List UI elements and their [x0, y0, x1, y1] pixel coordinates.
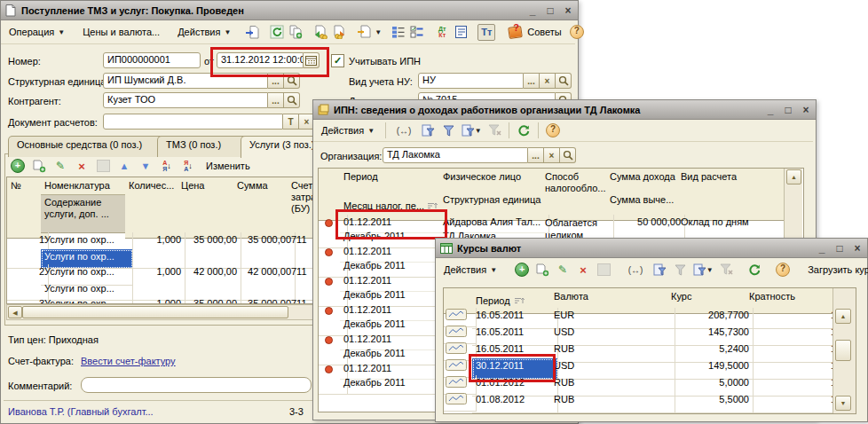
cell-date[interactable]: 01.08.2012 [472, 392, 558, 413]
maximize-icon[interactable]: □ [833, 242, 846, 255]
col-header-price[interactable]: Цена [178, 177, 241, 239]
col-header-sum[interactable]: Сумма [233, 177, 296, 239]
help-icon[interactable]: ? [775, 263, 791, 278]
search-icon[interactable] [284, 92, 300, 108]
delete-row-icon[interactable]: × [575, 263, 591, 278]
cell-period-month[interactable]: Декабрь 2011 [340, 375, 447, 395]
help-icon[interactable]: ? [569, 25, 585, 40]
unit-value[interactable]: ИП Шумский Д.В. [103, 73, 268, 89]
edit-row-icon[interactable]: ✎ [52, 159, 68, 174]
edit-row-icon[interactable]: ✎ [555, 263, 571, 278]
add-row-icon[interactable]: + [10, 159, 26, 174]
titlebar-rates[interactable]: Курсы валют _ □ × [436, 239, 867, 258]
titlebar-ipn[interactable]: ИПН: сведения о доходах работников орган… [313, 100, 816, 120]
refresh-document-icon[interactable] [269, 25, 285, 40]
col-header-quantity[interactable]: Количес... [125, 177, 185, 239]
sort-desc-icon[interactable]: ЯА↓ [180, 159, 196, 174]
filter-quick-icon[interactable] [440, 123, 456, 138]
ellipsis-picker-icon[interactable]: ... [268, 92, 284, 108]
organization-field[interactable]: ТД Лакомка ... × [383, 147, 576, 163]
send-document-icon[interactable] [356, 25, 372, 40]
search-icon[interactable] [560, 147, 576, 163]
cell-currency[interactable]: RUB [550, 392, 675, 413]
counterparty-value[interactable]: Кузет ТОО [103, 92, 268, 108]
sort-asc-icon[interactable]: АЯ↓ [159, 159, 175, 174]
ellipsis-picker-icon[interactable]: ... [268, 73, 284, 89]
copy-row-icon[interactable] [31, 159, 47, 174]
col-header-nomenclature[interactable]: Номенклатура Содержание услуги, доп. ... [41, 177, 126, 233]
date-value[interactable]: 31.12.2012 12:00:01 [217, 52, 304, 68]
filter-set-icon[interactable] [420, 123, 436, 138]
post-document-icon[interactable] [244, 25, 260, 40]
cell-price[interactable]: 35 000,00 [178, 296, 241, 304]
minimize-icon[interactable]: _ [764, 104, 777, 116]
cell-quantity[interactable]: 1,000 [125, 296, 185, 304]
menu-actions[interactable]: Действия▼ [439, 263, 501, 277]
dt-kt-icon[interactable]: Дт Кт [434, 25, 450, 40]
number-value[interactable]: ИП000000001 [103, 52, 201, 68]
menu-actions[interactable]: Действия▼ [317, 123, 379, 137]
menu-actions[interactable]: Действия▼ [173, 25, 235, 39]
menu-operation[interactable]: Операция▼ [4, 25, 69, 39]
fit-columns-icon[interactable]: (↔) [624, 263, 647, 278]
tt-totals-icon[interactable]: Тт [477, 24, 495, 41]
maximize-icon[interactable]: □ [782, 104, 794, 116]
menu-prices-currency[interactable]: Цены и валюта... [78, 25, 164, 39]
maximize-icon[interactable]: □ [544, 4, 556, 17]
scroll-left-icon[interactable]: ◀ [8, 306, 22, 318]
ellipsis-picker-icon[interactable]: ... [528, 147, 544, 163]
calendar-icon[interactable] [304, 52, 320, 68]
comment-field[interactable] [81, 377, 312, 393]
type-select-icon[interactable]: Т [283, 114, 299, 130]
rates-table-vscrollbar[interactable]: ▲ ▼ [832, 288, 856, 413]
cell-mult[interactable]: 1 [746, 392, 840, 413]
cell-rate[interactable]: 5,5000 [667, 392, 754, 413]
ellipsis-picker-icon[interactable]: ... [524, 73, 540, 89]
cell-sum[interactable]: 42 000,00 [233, 264, 296, 301]
organization-value[interactable]: ТД Лакомка [383, 147, 528, 163]
search-icon[interactable] [556, 73, 572, 89]
enter-on-basis-icon[interactable] [312, 25, 328, 40]
col-header-calc-type[interactable]: Вид расчета [677, 169, 792, 221]
close-icon[interactable]: × [800, 104, 812, 116]
checkbox-check-icon[interactable]: ✓ [331, 54, 344, 67]
cell-sum[interactable]: 35 000,00 [233, 232, 296, 269]
checklist-icon[interactable] [409, 25, 425, 40]
col-header-method[interactable]: Способ налогообло... [541, 169, 614, 221]
load-rates-button[interactable]: Загрузить курсы [803, 263, 868, 277]
change-button[interactable]: Изменить [201, 159, 255, 173]
move-down-icon[interactable]: ▼ [138, 159, 154, 174]
help-icon[interactable]: ? [545, 123, 561, 138]
comment-value[interactable] [81, 377, 312, 393]
delete-row-icon[interactable]: × [74, 159, 90, 174]
cell-sum[interactable]: 35 000,00 [233, 296, 296, 304]
register-records-icon[interactable] [331, 25, 347, 40]
search-icon[interactable] [284, 73, 300, 89]
minimize-icon[interactable]: _ [816, 242, 828, 255]
date-field[interactable]: 31.12.2012 12:00:01 [217, 52, 320, 68]
tab-tmz[interactable]: ТМЗ (0 поз.) [157, 136, 253, 157]
document-report-icon[interactable] [453, 25, 469, 40]
cell-quantity[interactable]: 1,000 [125, 232, 185, 269]
settlement-doc-value[interactable] [103, 114, 283, 130]
ipn-checkbox[interactable]: ✓ Учитывать ИПН [331, 54, 421, 67]
minimize-icon[interactable]: _ [526, 4, 539, 17]
refresh-icon[interactable] [746, 263, 762, 278]
cell-nomenclature[interactable]: Услуги по охр... [41, 296, 133, 304]
titlebar-goods-receipt[interactable]: Поступление ТМЗ и услуг: Покупка. Провед… [1, 1, 578, 20]
clear-icon[interactable]: × [540, 73, 556, 89]
refresh-icon[interactable] [516, 123, 532, 138]
copy-row-icon[interactable] [534, 263, 550, 278]
filter-set-icon[interactable] [651, 263, 667, 278]
scroll-thumb[interactable] [835, 340, 851, 361]
scroll-up-icon[interactable]: ▲ [835, 309, 851, 324]
fit-columns-icon[interactable]: (↔) [392, 123, 415, 138]
invoice-link[interactable]: Ввести счет-фактуру [81, 356, 176, 366]
scroll-thumb[interactable] [22, 306, 288, 318]
copy-document-icon[interactable] [288, 25, 304, 40]
cell-price[interactable]: 42 000,00 [178, 264, 241, 301]
cell-price[interactable]: 35 000,00 [178, 232, 241, 269]
chevron-down-icon[interactable]: ▼ [375, 28, 382, 36]
rates-table[interactable]: Период Валюта Курс Кратность 16.05.2011 … [443, 287, 856, 414]
scroll-up-icon[interactable]: ▲ [786, 169, 801, 185]
